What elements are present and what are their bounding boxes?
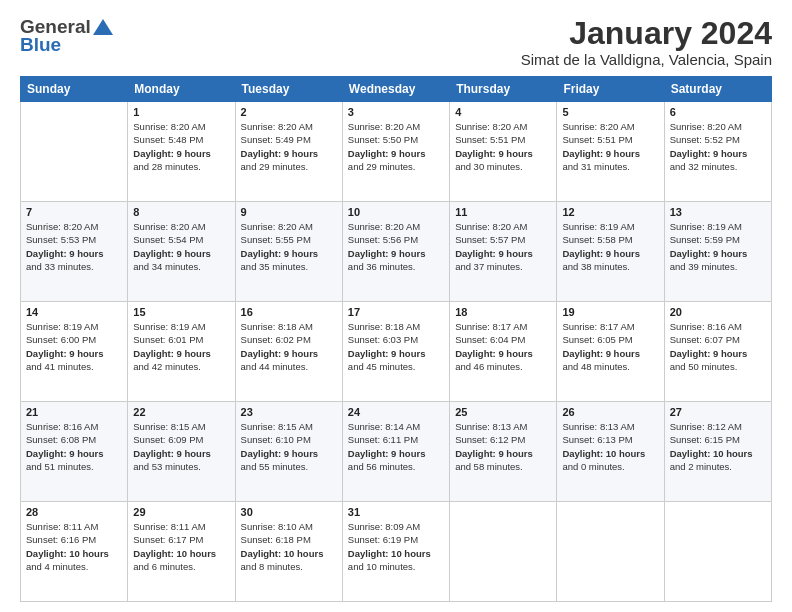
day-info: Sunrise: 8:09 AMSunset: 6:19 PMDaylight:… (348, 520, 444, 573)
week-row-2: 7Sunrise: 8:20 AMSunset: 5:53 PMDaylight… (21, 202, 772, 302)
logo-blue: Blue (20, 34, 61, 56)
day-info: Sunrise: 8:20 AMSunset: 5:51 PMDaylight:… (562, 120, 658, 173)
col-tuesday: Tuesday (235, 77, 342, 102)
day-info: Sunrise: 8:15 AMSunset: 6:09 PMDaylight:… (133, 420, 229, 473)
header: General Blue January 2024 Simat de la Va… (20, 16, 772, 68)
calendar-cell: 20Sunrise: 8:16 AMSunset: 6:07 PMDayligh… (664, 302, 771, 402)
day-number: 12 (562, 206, 658, 218)
location-title: Simat de la Valldigna, Valencia, Spain (521, 51, 772, 68)
calendar-cell: 30Sunrise: 8:10 AMSunset: 6:18 PMDayligh… (235, 502, 342, 602)
day-info: Sunrise: 8:12 AMSunset: 6:15 PMDaylight:… (670, 420, 766, 473)
calendar-cell: 1Sunrise: 8:20 AMSunset: 5:48 PMDaylight… (128, 102, 235, 202)
calendar-cell: 3Sunrise: 8:20 AMSunset: 5:50 PMDaylight… (342, 102, 449, 202)
col-monday: Monday (128, 77, 235, 102)
svg-marker-0 (93, 19, 113, 35)
day-info: Sunrise: 8:20 AMSunset: 5:57 PMDaylight:… (455, 220, 551, 273)
col-friday: Friday (557, 77, 664, 102)
day-number: 17 (348, 306, 444, 318)
day-info: Sunrise: 8:14 AMSunset: 6:11 PMDaylight:… (348, 420, 444, 473)
day-number: 13 (670, 206, 766, 218)
day-number: 4 (455, 106, 551, 118)
calendar-cell: 11Sunrise: 8:20 AMSunset: 5:57 PMDayligh… (450, 202, 557, 302)
day-number: 3 (348, 106, 444, 118)
day-info: Sunrise: 8:11 AMSunset: 6:17 PMDaylight:… (133, 520, 229, 573)
week-row-3: 14Sunrise: 8:19 AMSunset: 6:00 PMDayligh… (21, 302, 772, 402)
day-number: 28 (26, 506, 122, 518)
day-number: 10 (348, 206, 444, 218)
day-info: Sunrise: 8:20 AMSunset: 5:48 PMDaylight:… (133, 120, 229, 173)
calendar-cell: 28Sunrise: 8:11 AMSunset: 6:16 PMDayligh… (21, 502, 128, 602)
day-info: Sunrise: 8:19 AMSunset: 5:58 PMDaylight:… (562, 220, 658, 273)
calendar-cell: 13Sunrise: 8:19 AMSunset: 5:59 PMDayligh… (664, 202, 771, 302)
col-wednesday: Wednesday (342, 77, 449, 102)
day-number: 23 (241, 406, 337, 418)
day-info: Sunrise: 8:16 AMSunset: 6:07 PMDaylight:… (670, 320, 766, 373)
day-number: 6 (670, 106, 766, 118)
calendar-cell: 23Sunrise: 8:15 AMSunset: 6:10 PMDayligh… (235, 402, 342, 502)
calendar-cell (664, 502, 771, 602)
calendar-cell: 27Sunrise: 8:12 AMSunset: 6:15 PMDayligh… (664, 402, 771, 502)
day-number: 11 (455, 206, 551, 218)
day-number: 9 (241, 206, 337, 218)
day-number: 7 (26, 206, 122, 218)
calendar-cell (557, 502, 664, 602)
day-number: 26 (562, 406, 658, 418)
col-sunday: Sunday (21, 77, 128, 102)
day-number: 22 (133, 406, 229, 418)
day-number: 19 (562, 306, 658, 318)
day-info: Sunrise: 8:10 AMSunset: 6:18 PMDaylight:… (241, 520, 337, 573)
day-number: 20 (670, 306, 766, 318)
header-row: Sunday Monday Tuesday Wednesday Thursday… (21, 77, 772, 102)
day-info: Sunrise: 8:20 AMSunset: 5:55 PMDaylight:… (241, 220, 337, 273)
day-number: 30 (241, 506, 337, 518)
day-number: 29 (133, 506, 229, 518)
day-number: 21 (26, 406, 122, 418)
page: General Blue January 2024 Simat de la Va… (0, 0, 792, 612)
day-number: 5 (562, 106, 658, 118)
calendar-cell: 17Sunrise: 8:18 AMSunset: 6:03 PMDayligh… (342, 302, 449, 402)
calendar-cell: 9Sunrise: 8:20 AMSunset: 5:55 PMDaylight… (235, 202, 342, 302)
day-info: Sunrise: 8:17 AMSunset: 6:05 PMDaylight:… (562, 320, 658, 373)
day-info: Sunrise: 8:20 AMSunset: 5:54 PMDaylight:… (133, 220, 229, 273)
day-number: 1 (133, 106, 229, 118)
calendar-cell: 2Sunrise: 8:20 AMSunset: 5:49 PMDaylight… (235, 102, 342, 202)
calendar-cell (450, 502, 557, 602)
calendar-cell: 29Sunrise: 8:11 AMSunset: 6:17 PMDayligh… (128, 502, 235, 602)
calendar-cell: 31Sunrise: 8:09 AMSunset: 6:19 PMDayligh… (342, 502, 449, 602)
col-saturday: Saturday (664, 77, 771, 102)
calendar-cell: 5Sunrise: 8:20 AMSunset: 5:51 PMDaylight… (557, 102, 664, 202)
week-row-5: 28Sunrise: 8:11 AMSunset: 6:16 PMDayligh… (21, 502, 772, 602)
day-info: Sunrise: 8:13 AMSunset: 6:13 PMDaylight:… (562, 420, 658, 473)
logo: General Blue (20, 16, 113, 56)
month-title: January 2024 (521, 16, 772, 51)
day-info: Sunrise: 8:20 AMSunset: 5:50 PMDaylight:… (348, 120, 444, 173)
week-row-1: 1Sunrise: 8:20 AMSunset: 5:48 PMDaylight… (21, 102, 772, 202)
title-block: January 2024 Simat de la Valldigna, Vale… (521, 16, 772, 68)
day-number: 27 (670, 406, 766, 418)
day-info: Sunrise: 8:11 AMSunset: 6:16 PMDaylight:… (26, 520, 122, 573)
calendar-cell: 26Sunrise: 8:13 AMSunset: 6:13 PMDayligh… (557, 402, 664, 502)
calendar-cell: 18Sunrise: 8:17 AMSunset: 6:04 PMDayligh… (450, 302, 557, 402)
calendar-cell: 4Sunrise: 8:20 AMSunset: 5:51 PMDaylight… (450, 102, 557, 202)
day-info: Sunrise: 8:16 AMSunset: 6:08 PMDaylight:… (26, 420, 122, 473)
calendar-cell: 6Sunrise: 8:20 AMSunset: 5:52 PMDaylight… (664, 102, 771, 202)
day-number: 24 (348, 406, 444, 418)
day-info: Sunrise: 8:19 AMSunset: 6:01 PMDaylight:… (133, 320, 229, 373)
calendar-cell: 7Sunrise: 8:20 AMSunset: 5:53 PMDaylight… (21, 202, 128, 302)
day-info: Sunrise: 8:15 AMSunset: 6:10 PMDaylight:… (241, 420, 337, 473)
day-info: Sunrise: 8:20 AMSunset: 5:53 PMDaylight:… (26, 220, 122, 273)
day-number: 15 (133, 306, 229, 318)
day-info: Sunrise: 8:20 AMSunset: 5:51 PMDaylight:… (455, 120, 551, 173)
col-thursday: Thursday (450, 77, 557, 102)
day-number: 8 (133, 206, 229, 218)
calendar-cell: 24Sunrise: 8:14 AMSunset: 6:11 PMDayligh… (342, 402, 449, 502)
calendar-cell: 25Sunrise: 8:13 AMSunset: 6:12 PMDayligh… (450, 402, 557, 502)
day-number: 14 (26, 306, 122, 318)
day-info: Sunrise: 8:19 AMSunset: 6:00 PMDaylight:… (26, 320, 122, 373)
calendar-cell (21, 102, 128, 202)
calendar-cell: 8Sunrise: 8:20 AMSunset: 5:54 PMDaylight… (128, 202, 235, 302)
calendar-cell: 19Sunrise: 8:17 AMSunset: 6:05 PMDayligh… (557, 302, 664, 402)
calendar-cell: 14Sunrise: 8:19 AMSunset: 6:00 PMDayligh… (21, 302, 128, 402)
day-number: 31 (348, 506, 444, 518)
day-info: Sunrise: 8:20 AMSunset: 5:52 PMDaylight:… (670, 120, 766, 173)
